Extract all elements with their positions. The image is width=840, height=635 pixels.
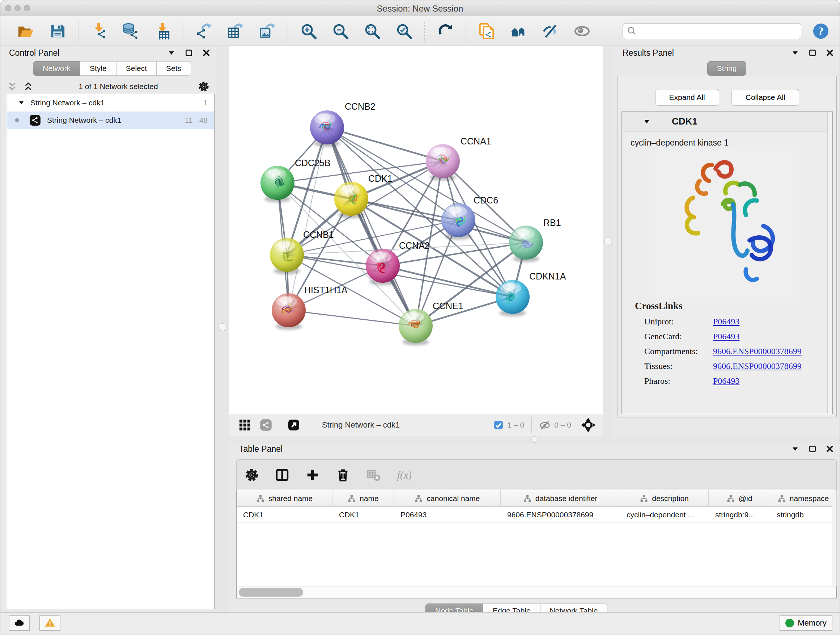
network-row-selected[interactable]: String Network – cdk1 11 48 bbox=[7, 111, 214, 129]
maximize-results-icon[interactable] bbox=[808, 48, 817, 57]
detach-view-button[interactable] bbox=[287, 418, 300, 432]
table-row[interactable]: CDK1CDK1P064939606.ENSP00000378699cyclin… bbox=[237, 507, 836, 523]
save-session-button[interactable] bbox=[48, 22, 67, 41]
float-panel-icon[interactable] bbox=[167, 48, 176, 57]
maximize-panel-icon[interactable] bbox=[184, 48, 194, 57]
node-result-header[interactable]: CDK1 bbox=[622, 112, 832, 131]
import-network-button[interactable] bbox=[89, 22, 108, 41]
network-collection-row[interactable]: String Network – cdk1 1 bbox=[7, 94, 214, 111]
trash-button[interactable] bbox=[336, 468, 350, 482]
network-node-HIST1H1A[interactable] bbox=[272, 293, 306, 330]
fx-button[interactable]: f(x) bbox=[396, 468, 411, 482]
delete-table-button[interactable] bbox=[366, 468, 381, 482]
tab-network[interactable]: Network bbox=[33, 61, 80, 76]
close-panel-icon[interactable] bbox=[202, 48, 211, 57]
network-graph[interactable]: CCNB2CCNA1CDC25BCDK1CDC6RB1CCNB1CCNA2CDK… bbox=[229, 46, 603, 414]
zoom-selected-button[interactable] bbox=[395, 22, 414, 41]
table-horizontal-scrollbar[interactable] bbox=[236, 586, 837, 599]
table-cell[interactable]: stringdb:9... bbox=[709, 507, 770, 523]
network-node-CCNB1[interactable] bbox=[270, 238, 304, 274]
collapse-all-button[interactable]: Collapse All bbox=[731, 89, 799, 106]
network-options-gear-icon[interactable] bbox=[198, 81, 210, 92]
network-node-CDKN1A[interactable] bbox=[496, 280, 530, 317]
show-grid-button[interactable] bbox=[238, 418, 251, 432]
export-image-button[interactable] bbox=[258, 22, 277, 41]
expand-all-button[interactable]: Expand All bbox=[655, 89, 719, 106]
column-header-description[interactable]: description bbox=[620, 490, 709, 507]
south-divider-handle-icon[interactable] bbox=[531, 436, 538, 443]
tab-style[interactable]: Style bbox=[80, 61, 117, 76]
warnings-button[interactable] bbox=[39, 616, 60, 631]
open-session-button[interactable] bbox=[16, 22, 35, 41]
gear-button[interactable] bbox=[245, 468, 259, 482]
network-node-CDC6[interactable] bbox=[441, 203, 475, 240]
network-node-CCNA1[interactable] bbox=[426, 144, 460, 181]
column-header-id[interactable]: @id bbox=[709, 490, 770, 507]
crosslink-link[interactable]: P06493 bbox=[713, 332, 739, 341]
zoom-fit-button[interactable] bbox=[363, 22, 382, 41]
search-input[interactable] bbox=[638, 27, 797, 36]
table-cell[interactable]: P06493 bbox=[394, 507, 501, 523]
update-network-button[interactable] bbox=[436, 22, 455, 41]
collapse-all-networks-icon[interactable] bbox=[7, 81, 18, 92]
network-node-CDK1[interactable] bbox=[334, 182, 368, 218]
expand-all-networks-icon[interactable] bbox=[23, 81, 34, 92]
search-box[interactable] bbox=[622, 23, 801, 39]
table-cell[interactable]: CDK1 bbox=[237, 507, 332, 523]
show-all-button[interactable] bbox=[573, 22, 592, 41]
maximize-table-icon[interactable] bbox=[808, 444, 817, 454]
float-table-icon[interactable] bbox=[790, 444, 800, 454]
crosslink-link[interactable]: P06493 bbox=[713, 376, 739, 386]
zoom-out-button[interactable] bbox=[331, 22, 350, 41]
network-node-CCNE1[interactable] bbox=[399, 309, 433, 345]
table-cell[interactable]: CDK1 bbox=[332, 507, 394, 523]
collapse-collection-icon[interactable] bbox=[17, 99, 25, 107]
import-table-button[interactable] bbox=[153, 22, 172, 41]
zoom-in-button[interactable] bbox=[299, 22, 318, 41]
hidden-eye-icon[interactable] bbox=[539, 419, 551, 431]
tab-sets[interactable]: Sets bbox=[156, 61, 191, 76]
cloud-status-button[interactable] bbox=[9, 616, 30, 631]
right-divider-handle-icon[interactable] bbox=[604, 238, 612, 245]
column-header-database-identifier[interactable]: database identifier bbox=[501, 490, 620, 507]
column-header-namespace[interactable]: namespace bbox=[770, 490, 836, 507]
column-header-name[interactable]: name bbox=[332, 490, 394, 507]
float-results-icon[interactable] bbox=[790, 48, 800, 57]
south-panel-divider[interactable] bbox=[229, 436, 840, 444]
collapse-entry-icon[interactable] bbox=[642, 117, 652, 126]
new-network-from-selection-button[interactable] bbox=[477, 22, 496, 41]
network-canvas[interactable]: CCNB2CCNA1CDC25BCDK1CDC6RB1CCNB1CCNA2CDK… bbox=[229, 46, 603, 414]
plus-button[interactable] bbox=[305, 468, 320, 482]
network-badge-button[interactable] bbox=[259, 418, 272, 432]
right-panel-divider[interactable] bbox=[603, 46, 613, 436]
left-panel-divider[interactable] bbox=[216, 46, 229, 612]
columns-button[interactable] bbox=[275, 468, 289, 482]
table-cell[interactable]: cyclin–dependent ... bbox=[620, 507, 709, 523]
crosslink-link[interactable]: P06493 bbox=[713, 317, 739, 326]
table-cell[interactable]: 9606.ENSP00000378699 bbox=[501, 507, 620, 523]
network-node-CDC25B[interactable] bbox=[261, 166, 294, 203]
help-button[interactable]: ? bbox=[812, 22, 829, 40]
table-cell[interactable]: stringdb bbox=[770, 507, 836, 523]
export-table-button[interactable] bbox=[226, 22, 245, 41]
network-node-RB1[interactable] bbox=[509, 226, 543, 262]
left-divider-handle-icon[interactable] bbox=[218, 323, 226, 331]
column-header-shared-name[interactable]: shared name bbox=[237, 490, 332, 507]
crosslink-link[interactable]: 9606.ENSP00000378699 bbox=[713, 347, 802, 356]
tab-select[interactable]: Select bbox=[117, 61, 156, 76]
scrollbar-thumb[interactable] bbox=[239, 588, 303, 597]
first-neighbors-button[interactable] bbox=[509, 22, 528, 41]
import-network-from-db-button[interactable] bbox=[121, 22, 140, 41]
tab-string[interactable]: String bbox=[707, 61, 747, 76]
close-results-icon[interactable] bbox=[825, 48, 835, 57]
column-header-canonical-name[interactable]: canonical name bbox=[394, 490, 501, 507]
table-vertical-scrollbar[interactable] bbox=[832, 490, 837, 586]
birds-eye-view-button[interactable] bbox=[581, 417, 596, 432]
close-table-icon[interactable] bbox=[825, 444, 835, 454]
selected-checkbox-icon[interactable] bbox=[493, 420, 504, 431]
crosslink-link[interactable]: 9606.ENSP00000378699 bbox=[713, 361, 802, 371]
export-network-button[interactable] bbox=[194, 22, 213, 41]
memory-button[interactable]: Memory bbox=[780, 616, 832, 631]
hide-selected-button[interactable] bbox=[541, 22, 560, 41]
results-scrollbar[interactable] bbox=[827, 112, 832, 414]
